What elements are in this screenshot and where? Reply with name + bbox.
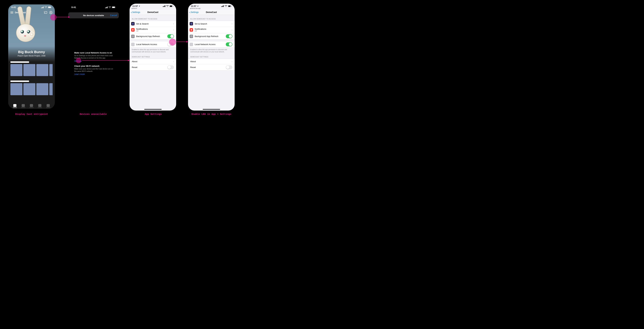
battery-icon — [170, 5, 173, 7]
profile-icon[interactable] — [49, 11, 52, 14]
content-tile[interactable] — [36, 83, 48, 95]
hero-area: Big Buck Bunny Peach Open Movie Project,… — [8, 16, 55, 60]
svg-rect-23 — [173, 6, 173, 7]
cell-label: Siri & Search — [195, 23, 207, 25]
reset-toggle[interactable] — [167, 65, 174, 69]
reset-toggle[interactable] — [226, 65, 232, 69]
lna-footer: Enabled to allow this app permission to … — [188, 48, 235, 53]
back-button[interactable]: ‹Settings — [131, 11, 140, 14]
svg-rect-11 — [106, 7, 106, 8]
cell-label: Notifications — [136, 28, 148, 30]
screen-devices-unavailable: 9:41 No devices available Cancel Make su… — [68, 5, 119, 78]
content-tile[interactable] — [36, 64, 48, 76]
cell-label: Siri & Search — [136, 23, 149, 25]
svg-rect-29 — [222, 6, 222, 7]
section-header-app: DEMOCAST SETTINGS — [130, 53, 176, 59]
section-header-access: ALLOW DEMOCAST TO ACCESS — [188, 15, 235, 21]
cell-local-network-access[interactable]: Local Network Access — [188, 41, 235, 48]
flow-arrow — [176, 42, 186, 42]
content-tile[interactable] — [24, 83, 36, 95]
cell-siri-search[interactable]: Siri & Search › — [188, 21, 235, 27]
nav-bar: ‹Settings DemoCast — [130, 10, 176, 15]
cell-sublabel: Off — [136, 30, 172, 32]
cell-sublabel: Off — [195, 30, 230, 32]
status-bar: 11:57 — [130, 4, 176, 8]
content-tile[interactable] — [49, 64, 52, 76]
hero-subtitle: Peach Open Movie Project, 2008 — [8, 55, 55, 57]
cell-about[interactable]: About › — [188, 59, 235, 64]
cell-background-refresh[interactable]: Background App Refresh — [188, 33, 235, 39]
network-icon — [131, 43, 134, 46]
tab-item[interactable] — [38, 104, 42, 107]
cell-notifications[interactable]: NotificationsOff › — [130, 27, 176, 33]
svg-rect-19 — [164, 6, 165, 7]
cell-label: About — [132, 60, 137, 63]
breadcrumb[interactable]: Search — [130, 8, 176, 10]
caption: Enable LNA in App > Settings — [183, 113, 240, 116]
home-indicator[interactable] — [144, 109, 162, 110]
lna-group: Local Network Access — [188, 41, 235, 48]
content-tile[interactable] — [10, 83, 22, 95]
background-refresh-toggle[interactable] — [167, 34, 174, 38]
back-button[interactable]: ‹Settings — [189, 11, 198, 14]
home-indicator[interactable] — [203, 109, 220, 110]
tab-item[interactable] — [22, 104, 25, 107]
lna-toggle[interactable] — [167, 42, 174, 46]
cell-label: Local Network Access — [195, 43, 216, 46]
svg-rect-30 — [222, 6, 223, 7]
settings-link[interactable]: Settings — [74, 60, 82, 62]
lna-toggle[interactable] — [226, 42, 232, 46]
cast-icon[interactable] — [44, 11, 47, 14]
status-icons — [105, 6, 116, 8]
screen-app-settings-lna-off: 11:57 Search ‹Settings DemoCast ALLOW DE… — [130, 4, 176, 111]
cell-local-network-access[interactable]: Local Network Access — [130, 41, 176, 48]
svg-rect-2 — [42, 7, 43, 8]
svg-rect-26 — [132, 30, 134, 31]
lna-footer: Enabled to allow this app permission to … — [130, 48, 176, 53]
content-tile[interactable] — [10, 64, 22, 76]
content-tile[interactable] — [24, 64, 36, 76]
tab-item[interactable] — [46, 104, 50, 107]
chevron-right-icon: › — [173, 22, 174, 25]
tab-item[interactable] — [30, 104, 33, 107]
background-refresh-toggle[interactable] — [226, 34, 232, 38]
battery-icon — [112, 6, 116, 8]
cancel-button[interactable]: Cancel — [110, 14, 117, 17]
notifications-icon — [190, 28, 193, 32]
content-row-2 — [8, 79, 55, 95]
back-label: Settings — [132, 11, 140, 14]
caption: Devices unavailable — [65, 113, 122, 116]
svg-rect-28 — [221, 6, 222, 7]
cell-label: Local Network Access — [136, 43, 157, 46]
cell-about[interactable]: About › — [130, 59, 176, 64]
tab-item[interactable] — [13, 104, 16, 107]
breadcrumb[interactable]: DemoCast app — [188, 8, 235, 10]
learn-more-link[interactable]: Learn more — [74, 73, 85, 75]
svg-rect-22 — [170, 6, 172, 7]
chevron-left-icon: ‹ — [189, 11, 190, 13]
svg-point-9 — [50, 12, 51, 13]
content-tile[interactable] — [49, 83, 52, 95]
chevron-right-icon: › — [173, 60, 174, 63]
battery-icon — [228, 5, 232, 7]
cast-sheet-header: No devices available Cancel — [68, 12, 119, 18]
status-icons — [221, 5, 232, 7]
wifi-icon — [225, 5, 227, 7]
cell-notifications[interactable]: NotificationsOff › — [188, 27, 235, 33]
hero-title: Big Buck Bunny — [8, 50, 55, 54]
wifi-icon — [166, 5, 169, 7]
play-button[interactable] — [29, 32, 34, 37]
help-heading: Check your Wi-Fi network — [74, 65, 116, 67]
cell-label: Notifications — [195, 28, 206, 30]
network-icon — [190, 43, 193, 46]
cell-siri-search[interactable]: Siri & Search › — [130, 21, 176, 27]
status-time: 11:57 — [132, 5, 140, 7]
cellular-icon — [41, 7, 44, 8]
svg-rect-0 — [41, 8, 42, 8]
siri-icon — [131, 22, 134, 26]
cell-reset[interactable]: Reset — [188, 64, 235, 70]
cellular-icon — [221, 5, 224, 7]
cell-background-refresh[interactable]: Background App Refresh — [130, 33, 176, 39]
cell-reset[interactable]: Reset — [130, 64, 176, 70]
back-label: Settings — [191, 11, 199, 14]
